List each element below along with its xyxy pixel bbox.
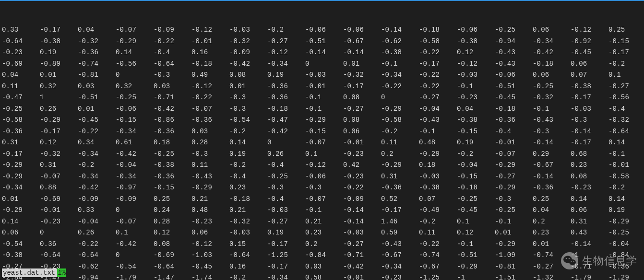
data-cell: -0.03 (457, 70, 495, 81)
data-cell: -0.14 (533, 171, 571, 183)
data-cell: -1.79 (116, 272, 154, 280)
data-cell: -0.09 (116, 194, 154, 205)
data-cell: 0.14 (608, 194, 644, 205)
data-cell: -0.14 (571, 239, 608, 250)
data-cell: -0.32 (229, 216, 267, 228)
data-cell: 0.1 (457, 216, 495, 228)
file-viewer-content[interactable]: 0.33-0.170.04-0.07-0.09-0.12-0.03-0.2-0.… (0, 1, 644, 280)
data-cell: -0.17 (267, 261, 305, 273)
data-cell: -0.54 (229, 115, 267, 126)
data-cell: 0.23 (229, 182, 267, 194)
data-cell: -0.17 (608, 47, 644, 58)
data-cell: -0.43 (533, 115, 571, 126)
data-cell: -0.15 (457, 126, 495, 138)
data-cell: -0.17 (419, 58, 457, 70)
data-cell: 0.59 (381, 227, 419, 239)
data-cell: -0.03 (343, 227, 381, 239)
data-cell: 0.29 (533, 149, 571, 160)
status-bar: yeast.dat.txt1% (2, 268, 66, 277)
data-cell: -0.17 (571, 137, 608, 149)
data-cell: -0.3 (229, 104, 267, 115)
data-cell: -0.22 (154, 36, 191, 47)
data-cell: -0.67 (533, 160, 571, 171)
data-cell: -0.23 (343, 149, 381, 160)
data-cell: -0.07 (40, 171, 78, 183)
data-cell: -0.2 (419, 216, 457, 228)
data-cell: -0.01 (608, 160, 644, 171)
data-cell: -0.25 (495, 24, 533, 36)
data-cell: -0.14 (343, 216, 381, 228)
data-cell: -0.38 (154, 160, 191, 171)
data-table: 0.33-0.170.04-0.07-0.09-0.12-0.03-0.2-0.… (2, 24, 644, 280)
data-cell: 0.12 (457, 227, 495, 239)
data-cell: -0.2 (229, 272, 267, 280)
data-cell: -0.09 (343, 194, 381, 205)
data-cell: -0.25 (533, 81, 571, 93)
data-cell: -0.43 (191, 171, 229, 183)
data-cell: 0.16 (229, 261, 267, 273)
data-cell: 0.31 (2, 137, 40, 149)
data-cell: -0.2 (457, 149, 495, 160)
data-cell: 0.11 (191, 160, 229, 171)
data-cell: 0.33 (2, 24, 40, 36)
data-cell: -0.32 (40, 149, 78, 160)
data-cell: 0.2 (305, 239, 343, 250)
data-cell: -0.12 (191, 24, 229, 36)
data-cell: 0.04 (533, 205, 571, 216)
table-row: -0.230.19-0.360.14-0.40.16-0.09-0.12-0.1… (2, 47, 644, 58)
data-cell: -0.3 (533, 126, 571, 138)
data-cell: -0.14 (343, 205, 381, 216)
data-cell: 0.04 (457, 104, 495, 115)
table-row: -0.250.260.01-0.06-0.42-0.07-0.3-0.18-0.… (2, 104, 644, 115)
data-cell: -0.1 (305, 104, 343, 115)
data-cell: 0.19 (457, 137, 495, 149)
data-cell: -0.06 (343, 24, 381, 36)
data-cell: 0.18 (419, 160, 457, 171)
data-cell: -0.1 (457, 239, 495, 250)
data-cell: -0.29 (381, 104, 419, 115)
data-cell: 0.01 (78, 104, 116, 115)
data-cell: 0 (116, 70, 154, 81)
data-cell: -0.29 (495, 239, 533, 250)
data-cell: 0.03 (191, 126, 229, 138)
data-cell: -0.15 (457, 171, 495, 183)
data-cell: -0.54 (2, 239, 40, 250)
data-cell: -0.17 (343, 81, 381, 93)
data-cell: -0.38 (457, 115, 495, 126)
data-cell: -0.74 (533, 250, 571, 261)
data-cell: -0.69 (40, 194, 78, 205)
data-cell: -0.04 (608, 239, 644, 250)
data-cell: 0.23 (305, 227, 343, 239)
table-row: -0.290.31-0.2-0.04-0.380.11-0.2-0.4-0.12… (2, 160, 644, 171)
data-cell: -0.22 (191, 92, 229, 104)
data-cell: -0.01 (343, 272, 381, 280)
data-cell: -0.32 (229, 36, 267, 47)
data-cell: -0.27 (533, 261, 571, 273)
data-cell: -0.42 (116, 239, 154, 250)
table-row: -0.540.36-0.22-0.420.08-0.120.15-0.170.2… (2, 239, 644, 250)
data-cell: 0.15 (229, 239, 267, 250)
data-cell: -0.29 (116, 36, 154, 47)
data-cell: -0.07 (305, 194, 343, 205)
data-cell: -0.58 (381, 115, 419, 126)
data-cell: -0.23 (343, 171, 381, 183)
data-cell: -0.43 (419, 115, 457, 126)
data-cell: -0.29 (381, 160, 419, 171)
data-cell: -0.22 (419, 239, 457, 250)
data-cell: -0.09 (154, 24, 191, 36)
data-cell: -1.79 (571, 272, 608, 280)
data-cell: -0.3 (191, 149, 229, 160)
data-cell: 0.36 (40, 239, 78, 250)
data-cell: -0.64 (154, 58, 191, 70)
data-cell: -0.89 (40, 58, 78, 70)
data-cell: -0.34 (267, 272, 305, 280)
data-cell: -0.2 (229, 160, 267, 171)
data-cell: 0.1 (608, 70, 644, 81)
data-cell: -0.67 (343, 36, 381, 47)
data-cell: 0.49 (191, 70, 229, 81)
data-cell: -0.42 (116, 149, 154, 160)
data-cell: -0.14 (343, 47, 381, 58)
data-cell: 0.1 (116, 227, 154, 239)
data-cell: -0.36 (267, 92, 305, 104)
data-cell: 0.19 (608, 205, 644, 216)
